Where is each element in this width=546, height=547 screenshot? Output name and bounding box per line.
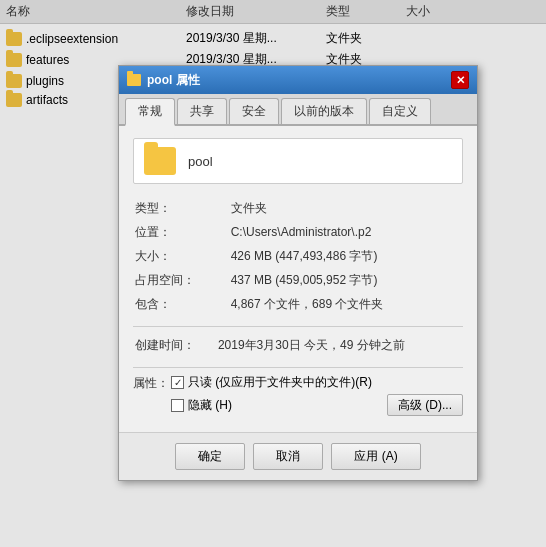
prop-used-value: 437 MB (459,005,952 字节) [229, 268, 463, 292]
titlebar-left: pool 属性 [127, 72, 200, 89]
readonly-checkbox[interactable] [171, 376, 184, 389]
advanced-button[interactable]: 高级 (D)... [387, 394, 463, 416]
divider2 [133, 367, 463, 368]
table-row: 类型： 文件夹 [133, 196, 463, 220]
checkbox-item-hidden: 隐藏 (H) 高级 (D)... [171, 394, 463, 416]
dialog-title: pool 属性 [147, 72, 200, 89]
ok-button[interactable]: 确定 [175, 443, 245, 470]
attr-label: 属性： [133, 374, 171, 392]
created-value: 2019年3月30日 今天，49 分钟之前 [216, 333, 463, 357]
checkbox-area: 只读 (仅应用于文件夹中的文件)(R) 隐藏 (H) 高级 (D)... [171, 374, 463, 416]
prop-size-label: 大小： [133, 244, 229, 268]
table-row: 位置： C:\Users\Administrator\.p2 [133, 220, 463, 244]
cancel-button[interactable]: 取消 [253, 443, 323, 470]
divider [133, 326, 463, 327]
tab-share[interactable]: 共享 [177, 98, 227, 124]
tab-previous[interactable]: 以前的版本 [281, 98, 367, 124]
titlebar-folder-icon [127, 74, 141, 86]
prop-size-value: 426 MB (447,493,486 字节) [229, 244, 463, 268]
properties-table: 类型： 文件夹 位置： C:\Users\Administrator\.p2 大… [133, 196, 463, 316]
big-folder-icon [144, 147, 176, 175]
prop-type-value: 文件夹 [229, 196, 463, 220]
tab-custom[interactable]: 自定义 [369, 98, 431, 124]
readonly-label: 只读 (仅应用于文件夹中的文件)(R) [188, 374, 372, 391]
prop-type-label: 类型： [133, 196, 229, 220]
tab-general[interactable]: 常规 [125, 98, 175, 126]
tab-bar: 常规 共享 安全 以前的版本 自定义 [119, 94, 477, 126]
folder-name: pool [188, 154, 213, 169]
created-table: 创建时间： 2019年3月30日 今天，49 分钟之前 [133, 333, 463, 357]
table-row: 包含： 4,867 个文件，689 个文件夹 [133, 292, 463, 316]
dialog-content: pool 类型： 文件夹 位置： C:\Users\Administrator\… [119, 126, 477, 432]
prop-contains-value: 4,867 个文件，689 个文件夹 [229, 292, 463, 316]
dialog-titlebar: pool 属性 ✕ [119, 66, 477, 94]
attributes-section: 属性： 只读 (仅应用于文件夹中的文件)(R) 隐藏 (H) 高级 (D)... [133, 374, 463, 416]
hidden-checkbox[interactable] [171, 399, 184, 412]
properties-dialog: pool 属性 ✕ 常规 共享 安全 以前的版本 自定义 pool 类型： 文件… [118, 65, 478, 481]
prop-location-value: C:\Users\Administrator\.p2 [229, 220, 463, 244]
checkbox-item-readonly: 只读 (仅应用于文件夹中的文件)(R) [171, 374, 463, 391]
hidden-label: 隐藏 (H) [188, 397, 232, 414]
prop-used-label: 占用空间： [133, 268, 229, 292]
dialog-footer: 确定 取消 应用 (A) [119, 432, 477, 480]
created-label: 创建时间： [133, 333, 216, 357]
folder-header: pool [133, 138, 463, 184]
table-row: 占用空间： 437 MB (459,005,952 字节) [133, 268, 463, 292]
apply-button[interactable]: 应用 (A) [331, 443, 420, 470]
prop-location-label: 位置： [133, 220, 229, 244]
table-row: 创建时间： 2019年3月30日 今天，49 分钟之前 [133, 333, 463, 357]
attr-row: 属性： 只读 (仅应用于文件夹中的文件)(R) 隐藏 (H) 高级 (D)... [133, 374, 463, 416]
tab-security[interactable]: 安全 [229, 98, 279, 124]
table-row: 大小： 426 MB (447,493,486 字节) [133, 244, 463, 268]
prop-contains-label: 包含： [133, 292, 229, 316]
close-button[interactable]: ✕ [451, 71, 469, 89]
